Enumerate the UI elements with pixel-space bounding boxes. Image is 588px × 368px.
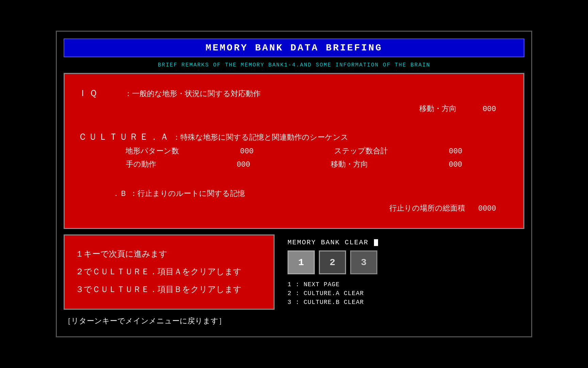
key-legend-2: 2 : CULTURE.A CLEAR (288, 290, 520, 297)
instruction-line-1: １キーで次頁に進みます (76, 248, 263, 261)
iq-desc: ：一般的な地形・状況に関する対応動作 (125, 89, 261, 99)
key-legend-3: 3 : CULTURE.B CLEAR (288, 299, 520, 306)
culture-a-stat2-value: 000 (449, 145, 462, 157)
bank-buttons: 1 2 3 (284, 250, 520, 274)
culture-a-stat1-value: 000 (240, 145, 254, 157)
title-text: MEMORY BANK DATA BRIEFING (206, 43, 382, 53)
iq-section: ＩＱ ：一般的な地形・状況に関する対応動作 移動・方向 000 (78, 87, 510, 115)
key-legend: 1 : NEXT PAGE 2 : CULTURE.A CLEAR 3 : CU… (284, 281, 520, 306)
memory-bank-btn-3[interactable]: 3 (350, 250, 377, 274)
culture-a-stat4-value: 000 (449, 159, 462, 171)
memory-bank-btn-1[interactable]: 1 (288, 250, 315, 274)
subtitle-text: BRIEF REMARKS OF THE MEMORY BANK1-4.AND … (158, 62, 430, 68)
main-data-panel: ＩＱ ：一般的な地形・状況に関する対応動作 移動・方向 000 ＣＵＬＴＵＲＥ．… (64, 73, 524, 229)
instruction-line-2: ２でＣＵＬＴＵＲＥ．項目Ａをクリアします (76, 266, 263, 278)
iq-stats-row: 移動・方向 000 (78, 103, 510, 115)
culture-b-stat-label: 行止りの場所の総面積 (389, 203, 465, 215)
key-legend-1: 1 : NEXT PAGE (288, 281, 520, 288)
culture-a-desc: ：特殊な地形に関する記憶と関連動作のシーケンス (173, 132, 348, 142)
culture-a-stats-1: 地形パターン数 000 ステップ数合計 000 (78, 145, 510, 157)
culture-a-label: ＣＵＬＴＵＲＥ．Ａ (78, 131, 170, 143)
culture-b-prefix: ．Ｂ (112, 188, 127, 200)
memory-bank-area: MEMORY BANK CLEAR 1 2 3 1 : NEXT PAGE 2 … (280, 234, 524, 310)
subtitle-bar: BRIEF REMARKS OF THE MEMORY BANK1-4.AND … (64, 60, 524, 70)
bottom-area: １キーで次頁に進みます ２でＣＵＬＴＵＲＥ．項目Ａをクリアします ３でＣＵＬＴＵ… (64, 234, 524, 310)
instruction-panel: １キーで次頁に進みます ２でＣＵＬＴＵＲＥ．項目Ａをクリアします ３でＣＵＬＴＵ… (64, 234, 275, 310)
culture-a-row: ＣＵＬＴＵＲＥ．Ａ ：特殊な地形に関する記憶と関連動作のシーケンス (78, 131, 510, 143)
iq-row: ＩＱ ：一般的な地形・状況に関する対応動作 (78, 87, 510, 99)
culture-a-stat4-label: 移動・方向 (331, 159, 368, 171)
culture-a-stat1-label: 地形パターン数 (126, 145, 179, 157)
footer-text: ［リターンキーでメインメニューに戻ります］ (64, 317, 226, 326)
title-bar: MEMORY BANK DATA BRIEFING (64, 39, 524, 57)
main-screen: MEMORY BANK DATA BRIEFING BRIEF REMARKS … (56, 31, 532, 337)
culture-a-stats-2: 手の動作 000 移動・方向 000 (78, 159, 510, 171)
iq-stat-label: 移動・方向 (419, 103, 457, 115)
culture-a-section: ＣＵＬＴＵＲＥ．Ａ ：特殊な地形に関する記憶と関連動作のシーケンス 地形パターン… (78, 131, 510, 172)
culture-b-section: ．Ｂ ：行止まりのルートに関する記憶 行止りの場所の総面積 0000 (78, 188, 510, 215)
cursor-icon (374, 239, 378, 246)
culture-a-stat3-label: 手の動作 (126, 159, 156, 171)
memory-bank-btn-2[interactable]: 2 (319, 250, 346, 274)
culture-b-stat-row: 行止りの場所の総面積 0000 (99, 203, 510, 215)
culture-b-desc: ：行止まりのルートに関する記憶 (130, 188, 245, 199)
culture-a-stat3-value: 000 (236, 159, 250, 171)
culture-a-stat2-label: ステップ数合計 (334, 145, 388, 157)
instruction-line-3: ３でＣＵＬＴＵＲＥ．項目Ｂをクリアします (76, 284, 263, 296)
memory-bank-title: MEMORY BANK CLEAR (284, 239, 520, 246)
culture-b-stat-value: 0000 (478, 203, 496, 215)
iq-stat-value: 000 (483, 103, 496, 115)
iq-label: ＩＱ (78, 87, 119, 99)
culture-b-row: ．Ｂ ：行止まりのルートに関する記憶 (99, 188, 510, 200)
footer: ［リターンキーでメインメニューに戻ります］ (64, 312, 524, 329)
